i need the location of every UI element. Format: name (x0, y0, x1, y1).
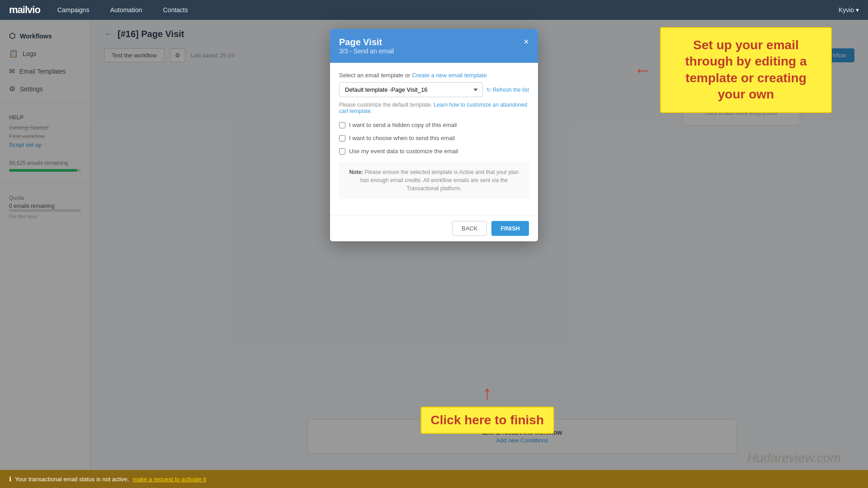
refresh-icon: ↻ (486, 87, 491, 93)
nav-campaigns[interactable]: Campaigns (54, 5, 93, 15)
choose-when-checkbox[interactable] (339, 135, 345, 141)
bottom-bar: ℹ Your transactional email status is not… (0, 470, 868, 488)
customize-note: Please customize the default template. L… (339, 102, 529, 114)
template-select-row: Default template -Page Visit_16 ↻ Refres… (339, 82, 529, 97)
modal-footer: BACK FINISH (330, 215, 538, 241)
checkbox-hidden-copy: I want to send a hidden copy of this ema… (339, 122, 529, 128)
modal-close-button[interactable]: × (524, 37, 529, 46)
info-icon: ℹ (9, 475, 11, 483)
nav-contacts[interactable]: Contacts (159, 5, 191, 15)
modal-title: Page Visit (339, 37, 394, 47)
hidden-copy-label: I want to send a hidden copy of this ema… (349, 122, 457, 128)
modal: Page Visit 3/3 - Send an email × Select … (330, 29, 538, 241)
click-arrow-up: ↑ (483, 383, 492, 403)
annotation-text: Set up your email through by editing a t… (672, 37, 820, 103)
event-data-checkbox[interactable] (339, 148, 345, 155)
click-annotation-text: Click here to finish (431, 413, 544, 427)
back-button[interactable]: BACK (452, 221, 487, 236)
top-nav: mailvio Campaigns Automation Contacts Ky… (0, 0, 868, 20)
checkbox-event-data: Use my event data to customize the email (339, 148, 529, 155)
choose-when-label: I want to choose when to send this email (349, 135, 455, 141)
annotation-arrow-left: ← (634, 60, 652, 80)
annotation-box: ← Set up your email through by editing a… (660, 27, 832, 113)
bottom-bar-text: Your transactional email status is not a… (15, 476, 129, 483)
template-select-dropdown[interactable]: Default template -Page Visit_16 (339, 82, 483, 97)
activate-request-link[interactable]: make a request to activate it (132, 476, 206, 483)
checkbox-choose-when: I want to choose when to send this email (339, 135, 529, 141)
event-data-label: Use my event data to customize the email (349, 148, 458, 155)
refresh-list-button[interactable]: ↻ Refresh the list (486, 87, 529, 93)
user-menu[interactable]: Kyvio ▾ (839, 6, 859, 14)
hidden-copy-checkbox[interactable] (339, 122, 345, 128)
finish-button[interactable]: FINISH (491, 221, 529, 236)
create-new-template-link[interactable]: Create a new email template (412, 72, 486, 79)
nav-automation[interactable]: Automation (107, 5, 146, 15)
note-box: Note: Please ensure the selected templat… (339, 162, 529, 199)
logo[interactable]: mailvio (9, 4, 40, 16)
modal-body: Select an email template or Create a new… (330, 63, 538, 215)
modal-header: Page Visit 3/3 - Send an email × (330, 29, 538, 63)
select-template-label: Select an email template or Create a new… (339, 72, 529, 79)
note-text: Note: Please ensure the selected templat… (345, 168, 523, 192)
modal-subtitle: 3/3 - Send an email (339, 47, 394, 55)
click-annotation-box: ↑ Click here to finish (421, 407, 554, 434)
